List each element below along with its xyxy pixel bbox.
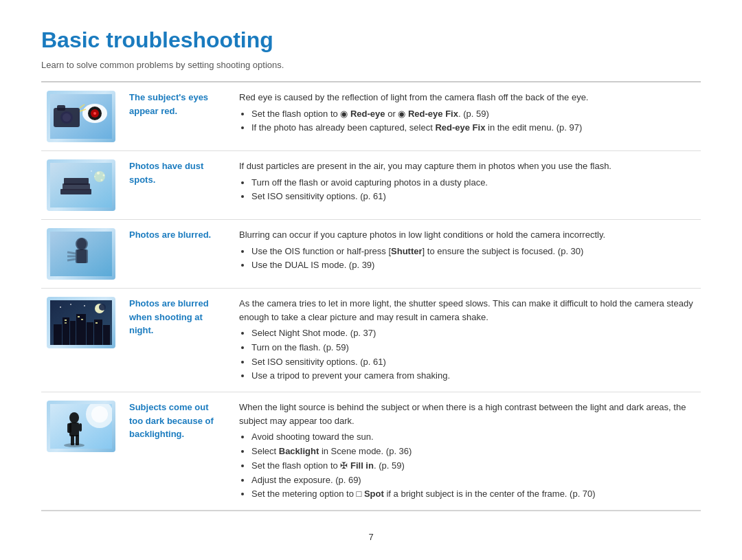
svg-rect-32 — [70, 321, 76, 345]
svg-point-50 — [69, 412, 79, 423]
svg-rect-37 — [65, 320, 67, 321]
desc-cell-backlight: When the light source is behind the subj… — [234, 392, 701, 511]
table-row: The subject's eyesappear red. Red eye is… — [41, 82, 701, 151]
desc-bullets-backlight: Avoid shooting toward the sun. Select Ba… — [251, 430, 695, 502]
label-cell-red-eye: The subject's eyesappear red. — [124, 82, 234, 151]
svg-point-45 — [70, 304, 71, 305]
svg-rect-38 — [65, 322, 67, 324]
svg-rect-33 — [76, 314, 86, 345]
svg-rect-36 — [103, 325, 110, 345]
bullet-item: Set ISO sensitivity options. (p. 61) — [251, 355, 695, 370]
bullet-item: Set ISO sensitivity options. (p. 61) — [251, 190, 695, 204]
label-cell-dust: Photos have dustspots. — [124, 151, 234, 220]
svg-point-44 — [60, 306, 61, 308]
image-cell-blurred — [41, 220, 124, 289]
bullet-item: Set the metering option to □ Spot if a b… — [251, 487, 695, 502]
svg-point-49 — [91, 406, 108, 423]
desc-cell-red-eye: Red eye is caused by the reflection of l… — [234, 82, 701, 151]
desc-intro-night: As the camera tries to let in more light… — [239, 297, 695, 324]
desc-cell-night: As the camera tries to let in more light… — [234, 289, 701, 392]
svg-point-8 — [93, 112, 96, 115]
desc-bullets-blurred: Use the OIS function or half-press [Shut… — [251, 245, 695, 273]
svg-line-26 — [67, 252, 76, 254]
svg-rect-53 — [79, 423, 82, 432]
bullet-item: Use the OIS function or half-press [Shut… — [251, 245, 695, 259]
svg-point-46 — [84, 305, 85, 306]
bullet-item: Turn off the flash or avoid capturing ph… — [251, 176, 695, 190]
page-number: 7 — [41, 532, 701, 542]
image-cell-red-eye — [41, 82, 124, 151]
svg-rect-25 — [77, 249, 88, 263]
illustration-red-eye — [47, 91, 115, 142]
bullet-item: Set the flash option to ◉ Red-eye or ◉ R… — [251, 107, 695, 122]
bullet-item: If the photo has already been captured, … — [251, 121, 695, 135]
desc-bullets-night: Select Night Shot mode. (p. 37) Turn on … — [251, 326, 695, 383]
desc-intro-backlight: When the light source is behind the subj… — [239, 401, 695, 427]
desc-intro-blurred: Blurring can occur if you capture photos… — [239, 228, 695, 242]
image-cell-night — [41, 289, 124, 392]
problem-label-backlight: Subjects come outtoo dark because ofback… — [129, 402, 214, 439]
label-cell-blurred: Photos are blurred. — [124, 220, 234, 289]
desc-bullets-dust: Turn off the flash or avoid capturing ph… — [251, 176, 695, 205]
svg-point-56 — [64, 443, 85, 447]
bullet-item: Select Backlight in Scene mode. (p. 36) — [251, 445, 695, 459]
table-row: Subjects come outtoo dark because ofback… — [41, 392, 701, 511]
svg-rect-35 — [94, 320, 102, 345]
desc-cell-blurred: Blurring can occur if you capture photos… — [234, 220, 701, 289]
bullet-item: Use the DUAL IS mode. (p. 39) — [251, 258, 695, 273]
svg-point-23 — [77, 238, 88, 250]
label-cell-night: Photos are blurredwhen shooting atnight. — [124, 289, 234, 392]
svg-point-19 — [91, 170, 92, 172]
illustration-backlight — [47, 401, 115, 452]
svg-point-4 — [63, 113, 71, 122]
svg-rect-40 — [81, 319, 83, 320]
bullet-item: Select Night Shot mode. (p. 37) — [251, 326, 695, 341]
page-subtitle: Learn to solve common problems by settin… — [41, 60, 701, 70]
bottom-divider — [41, 511, 701, 511]
table-row: Photos have dustspots. If dust particles… — [41, 151, 701, 220]
image-cell-backlight — [41, 392, 124, 511]
problem-label-dust: Photos have dustspots. — [129, 161, 203, 185]
desc-intro-dust: If dust particles are present in the air… — [239, 159, 695, 173]
desc-bullets-red-eye: Set the flash option to ◉ Red-eye or ◉ R… — [251, 107, 695, 136]
svg-rect-14 — [64, 178, 89, 185]
page-title: Basic troubleshooting — [41, 27, 701, 53]
troubleshooting-table: The subject's eyesappear red. Red eye is… — [41, 82, 701, 511]
bullet-item: Avoid shooting toward the sun. — [251, 430, 695, 445]
bullet-item: Use a tripod to prevent your camera from… — [251, 369, 695, 383]
problem-label-blurred: Photos are blurred. — [129, 229, 211, 240]
svg-rect-2 — [57, 105, 65, 111]
svg-point-20 — [94, 171, 105, 182]
bullet-item: Set the flash option to ✠ Fill in. (p. 5… — [251, 459, 695, 473]
image-cell-dust — [41, 151, 124, 220]
svg-rect-34 — [87, 322, 93, 345]
svg-rect-30 — [54, 324, 62, 345]
svg-rect-41 — [95, 322, 98, 324]
desc-intro-red-eye: Red eye is caused by the reflection of l… — [239, 91, 695, 104]
label-cell-backlight: Subjects come outtoo dark because ofback… — [124, 392, 234, 511]
svg-rect-31 — [63, 317, 69, 345]
desc-cell-dust: If dust particles are present in the air… — [234, 151, 701, 220]
problem-label-red-eye: The subject's eyesappear red. — [129, 92, 208, 116]
problem-label-night: Photos are blurredwhen shooting atnight. — [129, 298, 209, 335]
table-row: Photos are blurred. Blurring can occur i… — [41, 220, 701, 289]
illustration-night — [47, 297, 115, 348]
svg-line-28 — [67, 259, 76, 260]
svg-rect-39 — [78, 316, 80, 317]
bullet-item: Adjust the exposure. (p. 69) — [251, 473, 695, 488]
illustration-dust — [47, 159, 115, 211]
table-row: Photos are blurredwhen shooting atnight.… — [41, 289, 701, 392]
svg-rect-52 — [67, 423, 71, 433]
svg-point-43 — [99, 304, 106, 311]
illustration-blurred — [47, 228, 115, 280]
bullet-item: Turn on the flash. (p. 59) — [251, 341, 695, 355]
